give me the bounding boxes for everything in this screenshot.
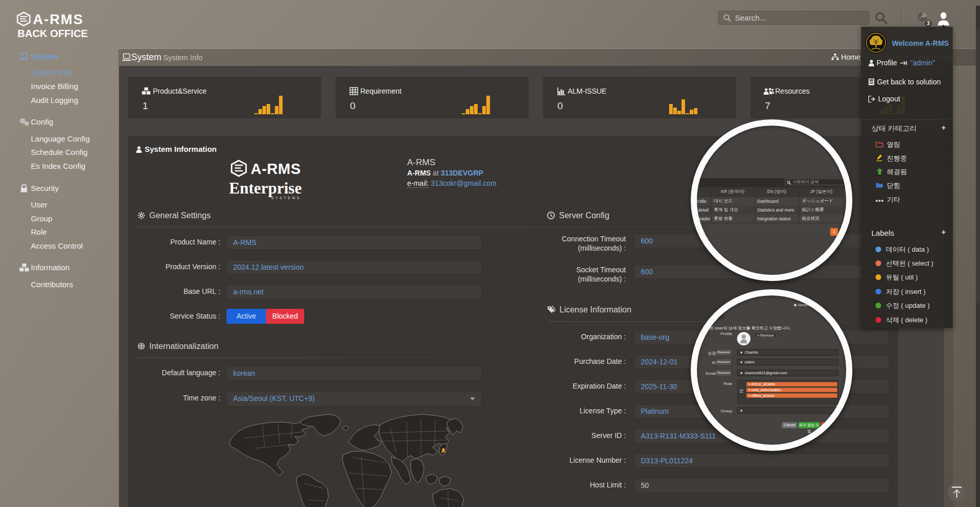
svg-text:SYSTEMS: SYSTEMS (271, 196, 301, 200)
svg-text:A-RMS: A-RMS (251, 161, 301, 177)
svg-text:Enterprise: Enterprise (229, 179, 302, 197)
